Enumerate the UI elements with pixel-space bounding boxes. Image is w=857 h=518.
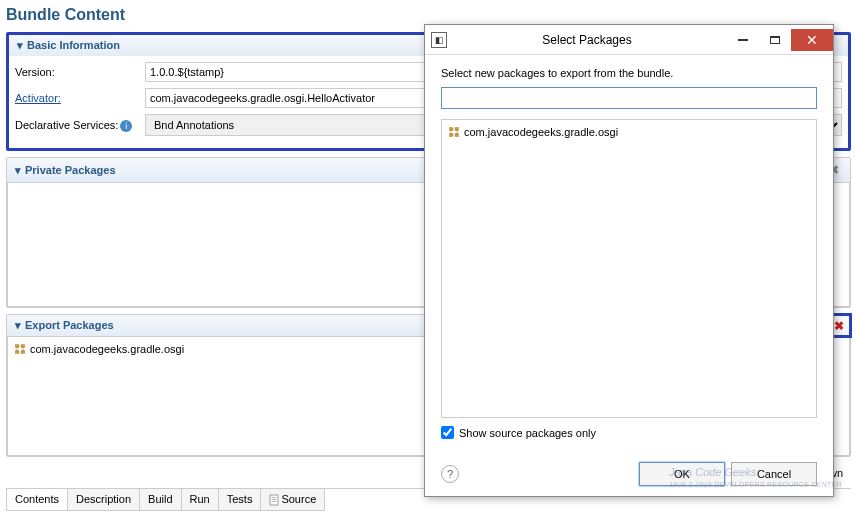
info-icon[interactable]: i <box>120 120 132 132</box>
tab-contents[interactable]: Contents <box>6 489 68 511</box>
dialog-titlebar[interactable]: ◧ Select Packages ✕ <box>425 25 833 55</box>
section-title: Private Packages <box>25 164 116 176</box>
section-title: Export Packages <box>25 319 114 331</box>
tab-run[interactable]: Run <box>181 489 219 511</box>
dialog-title: Select Packages <box>447 33 727 47</box>
svg-rect-7 <box>270 495 278 505</box>
activator-label: Activator: <box>15 92 145 104</box>
collapse-icon: ▾ <box>15 319 21 331</box>
tab-build[interactable]: Build <box>139 489 181 511</box>
package-search-input[interactable] <box>441 87 817 109</box>
document-icon <box>269 494 279 506</box>
tab-description[interactable]: Description <box>67 489 140 511</box>
dialog-package-list[interactable]: com.javacodegeeks.gradle.osgi <box>441 119 817 418</box>
show-source-only-label[interactable]: Show source packages only <box>459 427 596 439</box>
tab-source[interactable]: Source <box>260 489 325 511</box>
package-icon <box>448 126 460 138</box>
version-label: Version: <box>15 66 145 78</box>
ok-button[interactable]: OK <box>639 462 725 486</box>
activator-link[interactable]: Activator: <box>15 92 61 104</box>
page-title: Bundle Content <box>6 6 851 24</box>
collapse-icon: ▾ <box>17 39 23 51</box>
tab-tests[interactable]: Tests <box>218 489 262 511</box>
package-name: com.javacodegeeks.gradle.osgi <box>30 343 184 355</box>
help-icon[interactable]: ? <box>441 465 459 483</box>
select-packages-dialog: ◧ Select Packages ✕ Select new packages … <box>424 24 834 497</box>
cancel-button[interactable]: Cancel <box>731 462 817 486</box>
package-icon <box>14 343 26 355</box>
close-button[interactable]: ✕ <box>791 29 833 51</box>
dialog-prompt: Select new packages to export from the b… <box>441 67 817 79</box>
collapse-icon: ▾ <box>15 164 21 176</box>
maximize-button[interactable] <box>759 29 791 51</box>
section-title: Basic Information <box>27 39 120 51</box>
eclipse-icon: ◧ <box>431 32 447 48</box>
show-source-only-checkbox[interactable] <box>441 426 454 439</box>
minimize-button[interactable] <box>727 29 759 51</box>
declarative-services-label: Declarative Services:i <box>15 119 145 132</box>
package-name: com.javacodegeeks.gradle.osgi <box>464 126 618 138</box>
list-item[interactable]: com.javacodegeeks.gradle.osgi <box>446 124 812 140</box>
